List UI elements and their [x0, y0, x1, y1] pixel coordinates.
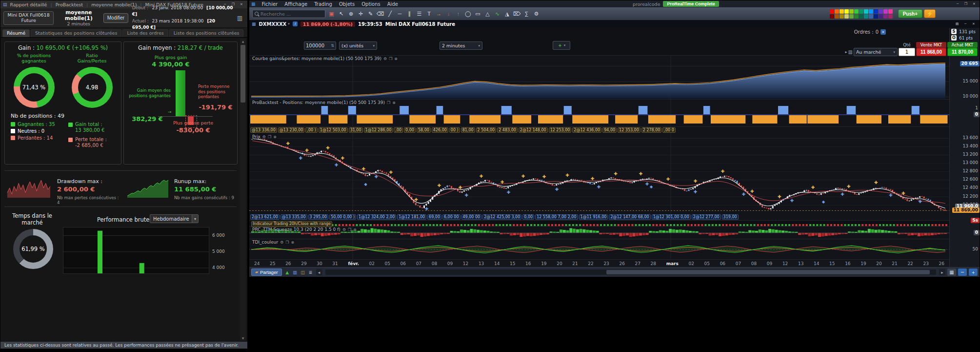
color-swatch[interactable] [888, 9, 893, 14]
chart-titlebar[interactable]: ▦ DXMXXXX ▾ i 11 869,00 (-1,80%) 19:39:5… [249, 20, 980, 28]
chart-scrollbar-thumb[interactable] [606, 270, 930, 274]
timeframe-select[interactable]: 2 minutes ▾ [440, 41, 482, 50]
stats-icon[interactable]: ∑ [522, 9, 531, 19]
settings-icon[interactable]: ⚙ [532, 9, 541, 19]
buy-market-button[interactable]: 11 870,00 [947, 48, 978, 56]
wrench-icon[interactable]: ⚙ [280, 240, 283, 245]
color-swatch[interactable] [849, 9, 854, 14]
color-swatch[interactable] [854, 9, 859, 14]
close-icon[interactable]: ⊗ [392, 101, 396, 105]
delete-icon[interactable]: ⌦ [512, 9, 521, 19]
arrow-down-icon[interactable]: ↓ [444, 9, 453, 19]
color-swatch[interactable] [869, 14, 873, 19]
tdi-chart[interactable] [249, 239, 949, 260]
report-doc-icon[interactable]: ▥ [237, 15, 242, 21]
popout-icon[interactable]: ❐ [348, 228, 351, 232]
popout-icon[interactable]: ❐ [389, 57, 392, 61]
equity-chart[interactable] [249, 56, 949, 100]
chart-window-icon[interactable]: ▦ [252, 21, 256, 26]
wrench-icon[interactable]: ⚙ [262, 135, 266, 139]
color-swatch[interactable] [854, 14, 859, 19]
fibonacci-icon[interactable]: ☰ [415, 9, 424, 19]
horizontal-line-icon[interactable]: ─ [395, 9, 404, 19]
chart-scrollbar[interactable] [325, 269, 936, 275]
info-icon[interactable]: i [293, 21, 298, 26]
price-chart[interactable]: ✚✚✚✚✚✚✚✚✚✚✚✚✚✚✚✚✚✚✚✚✚✚✚✚✚✚✚✚✚✚✚✚✚✚✚✚✚✚✚✚… [249, 127, 949, 221]
pencil-icon[interactable]: ✎ [366, 9, 375, 19]
eraser-icon[interactable]: ⌫ [376, 9, 385, 19]
close-icon[interactable]: ⊗ [273, 135, 277, 139]
equity-panel[interactable]: Courbe gains&pertes: moyenne mobile(1) (… [249, 55, 949, 99]
indicator-strip[interactable]: Indicateur Trading 20h/Close with range [249, 220, 949, 226]
minimize-icon[interactable]: ▤ [954, 21, 960, 27]
price-panel[interactable]: @13 336,00@13 230,00,00 )1@12 503,0031,0… [249, 126, 949, 220]
color-swatch[interactable] [835, 14, 839, 19]
scroll-left-button[interactable]: ◂ [316, 269, 322, 275]
scroll-up-icon[interactable]: ▲ [240, 39, 246, 44]
quantity-input[interactable] [899, 48, 915, 56]
flash-button[interactable]: ⚡ [924, 9, 936, 18]
zoom-icon[interactable]: ⊕ [346, 9, 356, 19]
chart-mode-button[interactable]: ▦ [947, 269, 956, 276]
color-swatch[interactable] [835, 9, 839, 14]
list-mini-icon[interactable]: ≣ [307, 269, 314, 276]
wrench-icon[interactable]: ⚙ [383, 57, 387, 61]
menu-options[interactable]: Options [358, 1, 384, 7]
popout-icon[interactable]: ❐ [285, 240, 289, 245]
price-axis[interactable]: 20 69515 00010 0001013 60013 40013 20013… [949, 28, 980, 267]
pattern-icon[interactable]: ◮ [502, 9, 512, 19]
color-swatch[interactable] [888, 14, 893, 19]
instrument-selector[interactable]: Mini DAX Full0618 Future [3, 11, 54, 25]
arrow-up-icon[interactable]: ↑ [454, 9, 463, 19]
color-swatch[interactable] [840, 9, 844, 14]
arrow-right-icon[interactable]: → [434, 9, 443, 19]
menu-aide[interactable]: Aide [384, 1, 401, 7]
ellipse-icon[interactable]: ◯ [463, 9, 473, 19]
report-scrollbar[interactable]: ▲ ▼ [240, 39, 246, 341]
color-swatch[interactable] [874, 9, 878, 14]
symbol-dropdown[interactable]: DXMXXXX ▾ [259, 21, 290, 27]
scroll-down-icon[interactable]: ▼ [240, 335, 246, 341]
folder-icon[interactable]: ▥ [848, 49, 853, 55]
window-menu-icon[interactable]: ▤ [3, 2, 7, 7]
stop-checkbox[interactable]: S [951, 29, 957, 34]
channel-icon[interactable]: ∥ [405, 9, 414, 19]
positions-panel[interactable]: ProBacktest - Positions: moyenne mobile(… [249, 99, 949, 126]
restore-icon[interactable]: ❐ [962, 1, 969, 7]
close-icon[interactable]: ⊗ [394, 57, 398, 61]
report-tab-4[interactable]: Liste des positions clôturées [169, 29, 244, 37]
popout-icon[interactable]: ❐ [268, 135, 271, 139]
color-swatch[interactable] [874, 14, 878, 19]
color-swatch[interactable] [844, 14, 849, 19]
tdi-panel[interactable]: TDI_couleur ⚙ ❐ ⊗ [249, 239, 949, 259]
color-swatch[interactable] [883, 9, 888, 14]
search-box[interactable] [252, 10, 325, 18]
popout-icon[interactable]: ❐ [387, 101, 390, 105]
zigzag-icon[interactable]: ∿ [493, 9, 502, 19]
color-swatch[interactable] [859, 14, 863, 19]
color-swatch[interactable] [849, 14, 854, 19]
report-tab-1[interactable]: Résumé [2, 29, 30, 37]
add-indicator-button[interactable]: ＋ ▾ [553, 41, 570, 50]
performance-period-select[interactable]: Hebdomadaire ▾ [150, 214, 199, 223]
order-type-select[interactable]: Au marché ▾ [854, 48, 898, 56]
layout-mini-icon[interactable]: ◫ [300, 269, 306, 276]
color-swatch[interactable] [830, 9, 834, 14]
capture-icon[interactable]: ▣ [327, 9, 336, 19]
modify-button[interactable]: Modifier [103, 13, 128, 23]
menu-trading[interactable]: Trading [311, 1, 336, 7]
color-swatch[interactable] [879, 14, 883, 19]
zoom-in-button[interactable]: ＋ [969, 269, 978, 276]
expand-icon[interactable]: ▸ [845, 50, 847, 54]
share-button[interactable]: ▰ Partager [251, 269, 282, 276]
close-icon[interactable]: ✕ [971, 1, 978, 7]
triangle-icon[interactable]: △ [483, 9, 492, 19]
scrollbar-thumb[interactable] [240, 45, 245, 103]
equity-mini-icon[interactable]: ▲ [284, 269, 291, 276]
color-swatch[interactable] [869, 9, 873, 14]
objective-checkbox[interactable]: O [951, 35, 957, 41]
menu-objets[interactable]: Objets [336, 1, 358, 7]
sell-market-button[interactable]: 11 868,00 [916, 48, 946, 56]
color-swatch[interactable] [859, 9, 863, 14]
close-icon[interactable]: ⊗ [291, 240, 295, 245]
